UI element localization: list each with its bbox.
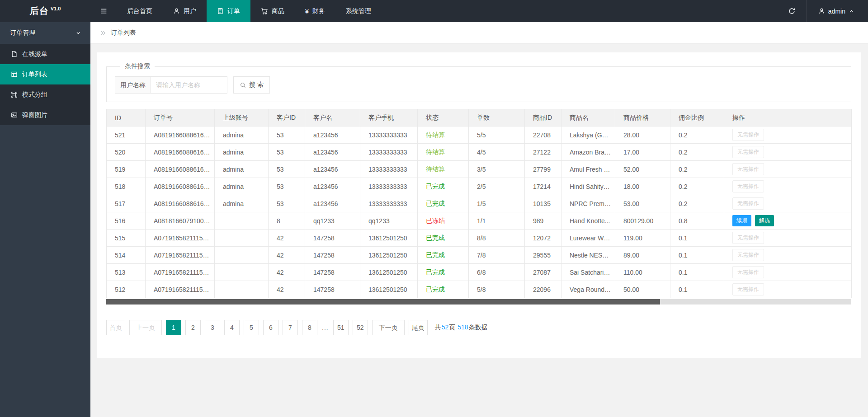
cell-customer_name: 147258 <box>305 264 360 281</box>
nav-item-label: 订单 <box>227 7 240 15</box>
cell-price: 89.00 <box>615 247 670 264</box>
cell-count: 1/5 <box>469 195 525 212</box>
cell-order_no: A08191660886169248 <box>146 144 215 161</box>
status-badge: 已完成 <box>426 251 445 258</box>
sidebar-item-online-dispatch[interactable]: 在线派单 <box>0 44 90 64</box>
no-action-button: 无需操作 <box>732 163 764 175</box>
cell-phone: 13333333333 <box>360 178 418 195</box>
status-badge: 已完成 <box>426 183 445 190</box>
renew-button[interactable]: 续期 <box>732 215 751 226</box>
cell-parent: admina <box>215 178 269 195</box>
column-header: 商品名 <box>561 109 615 127</box>
cell-commission: 0.2 <box>670 144 724 161</box>
cell-parent: admina <box>215 144 269 161</box>
nav-item-label: 商品 <box>272 7 284 15</box>
nav-item-system[interactable]: 系统管理 <box>335 0 382 22</box>
cell-count: 1/1 <box>469 212 525 230</box>
nav-item-product[interactable]: 商品 <box>250 0 295 22</box>
sidebar-toggle-button[interactable] <box>90 0 117 22</box>
no-action-button: 无需操作 <box>732 180 764 192</box>
status-badge: 待结算 <box>426 131 445 138</box>
cell-count: 3/5 <box>469 161 525 178</box>
page-page-51-button[interactable]: 51 <box>333 320 349 335</box>
cell-id: 520 <box>107 144 146 161</box>
page-next-button[interactable]: 下一页 <box>372 320 405 335</box>
cell-customer_id: 42 <box>269 230 305 247</box>
search-button[interactable]: 搜 索 <box>233 76 270 94</box>
status-badge: 已完成 <box>426 268 445 276</box>
cell-product_id: 989 <box>525 212 561 230</box>
admin-dropdown[interactable]: admin <box>806 0 868 22</box>
nav-item-finance[interactable]: ¥财务 <box>295 0 335 22</box>
cell-status: 已完成 <box>418 230 469 247</box>
cell-commission: 0.2 <box>670 178 724 195</box>
cell-customer_id: 42 <box>269 281 305 298</box>
page-page-2-button[interactable]: 2 <box>185 320 201 335</box>
page-page-1-button[interactable]: 1 <box>166 320 181 335</box>
nav-item-order[interactable]: 订单 <box>207 0 250 22</box>
orders-table: ID订单号上级账号客户ID客户名客户手机状态单数商品ID商品名商品价格佣金比例操… <box>106 109 852 298</box>
search-button-label: 搜 索 <box>249 81 264 89</box>
page-page-4-button[interactable]: 4 <box>224 320 240 335</box>
pagination-summary: 共52页 518条数据 <box>435 323 488 332</box>
column-header: 操作 <box>724 109 852 127</box>
sidebar-item-popup-image[interactable]: 弹窗图片 <box>0 105 90 125</box>
column-header: 佣金比例 <box>670 109 724 127</box>
username-field-label: 用户名称 <box>115 76 151 94</box>
horizontal-scrollbar-thumb[interactable] <box>106 299 660 305</box>
page-page-3-button[interactable]: 3 <box>205 320 220 335</box>
nav-item-user[interactable]: 用户 <box>163 0 207 22</box>
no-action-button: 无需操作 <box>732 249 764 261</box>
nav-item-home[interactable]: 后台首页 <box>117 0 163 22</box>
cell-customer_id: 53 <box>269 127 305 144</box>
cell-status: 已完成 <box>418 264 469 281</box>
column-header: 客户名 <box>305 109 360 127</box>
page-page-52-button[interactable]: 52 <box>353 320 368 335</box>
username-input[interactable] <box>151 76 227 94</box>
horizontal-scrollbar[interactable] <box>106 299 851 305</box>
search-panel-legend: 条件搜索 <box>120 62 155 70</box>
breadcrumb-chevrons-icon <box>100 29 107 36</box>
unfreeze-button[interactable]: 解冻 <box>755 215 774 226</box>
cell-product_name: Vega Round ... <box>561 281 615 298</box>
cell-status: 已完成 <box>418 195 469 212</box>
nav-item-label: 财务 <box>312 7 325 15</box>
page-page-7-button[interactable]: 7 <box>283 320 298 335</box>
table-row: 513A071916582111588394214725813612501250… <box>107 264 852 281</box>
cell-count: 5/5 <box>469 127 525 144</box>
refresh-button[interactable] <box>778 0 806 22</box>
cell-phone: 13612501250 <box>360 230 418 247</box>
hamburger-icon <box>100 7 108 15</box>
page-page-6-button[interactable]: 6 <box>263 320 278 335</box>
column-header: 单数 <box>469 109 525 127</box>
cell-commission: 0.2 <box>670 161 724 178</box>
sidebar-item-order-list[interactable]: 订单列表 <box>0 64 90 84</box>
cell-actions: 无需操作 <box>724 195 852 212</box>
page-last-button[interactable]: 尾页 <box>409 320 428 335</box>
cell-customer_id: 53 <box>269 144 305 161</box>
sidebar-item-label: 在线派单 <box>22 50 47 58</box>
cell-product_name: Nestle NESTE... <box>561 247 615 264</box>
cart-icon <box>261 8 268 15</box>
user-icon <box>173 8 180 14</box>
sidebar-group-order-management[interactable]: 订单管理 <box>0 22 90 44</box>
search-icon <box>240 82 246 89</box>
app-version: V1.0 <box>51 6 61 11</box>
cell-id: 518 <box>107 178 146 195</box>
cell-commission: 0.1 <box>670 281 724 298</box>
page-page-5-button[interactable]: 5 <box>244 320 259 335</box>
cell-id: 513 <box>107 264 146 281</box>
cell-order_no: A07191658211158467 <box>146 230 215 247</box>
list-icon <box>11 71 18 78</box>
chevron-down-icon <box>75 30 81 36</box>
cell-customer_id: 53 <box>269 178 305 195</box>
cell-id: 521 <box>107 127 146 144</box>
cell-status: 已完成 <box>418 281 469 298</box>
cell-customer_id: 42 <box>269 264 305 281</box>
admin-username: admin <box>828 8 845 15</box>
cell-product_name: Sai Satcharitr... <box>561 264 615 281</box>
sidebar-item-mode-group[interactable]: 模式分组 <box>0 84 90 105</box>
page-page-8-button[interactable]: 8 <box>302 320 317 335</box>
cell-actions: 无需操作 <box>724 161 852 178</box>
cell-product_id: 10135 <box>525 195 561 212</box>
